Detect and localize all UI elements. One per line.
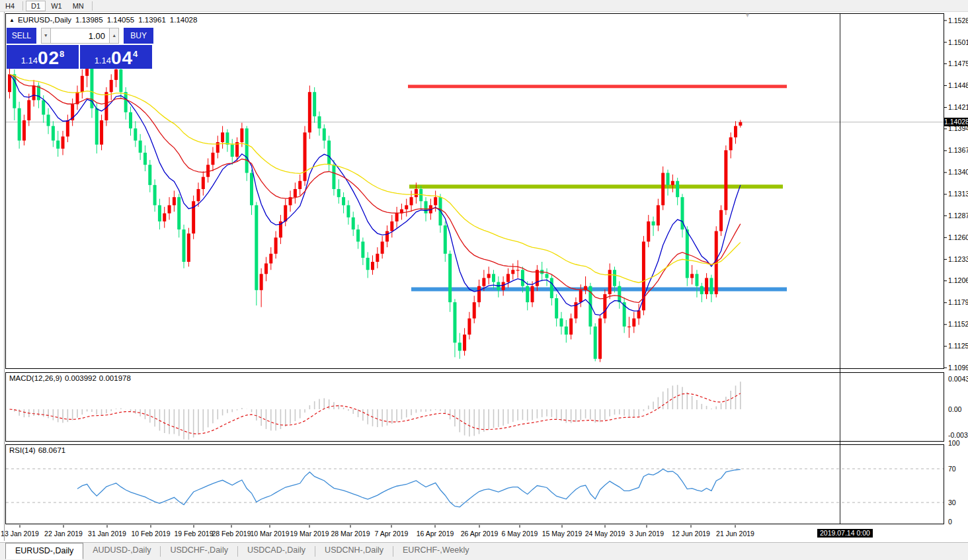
date-tick-label: 31 Jan 2019: [88, 530, 126, 538]
rsi-pane[interactable]: [5, 444, 944, 524]
date-tick-label: 7 Apr 2019: [375, 530, 409, 538]
price-tick-label: 1.10990: [948, 364, 968, 372]
date-tick-label: 19 Feb 2019: [175, 530, 214, 538]
chart-ohlc-header: ▲EURUSD-,Daily1.139851.140551.139611.140…: [9, 16, 197, 24]
high-value: 1.14055: [107, 16, 135, 24]
chart-tab-eurusd[interactable]: EURUSD-,Daily: [5, 543, 83, 559]
chart-tab-eurchf[interactable]: EURCHF-,Weekly: [393, 543, 478, 558]
date-tick-label: 10 Mar 2019: [251, 530, 290, 538]
macd-signal-value: 0.001978: [99, 374, 131, 382]
price-tick-label: 1.12330: [948, 255, 968, 263]
price-tick-label: 1.11525: [948, 320, 968, 328]
volume-input[interactable]: [51, 28, 109, 44]
rsi-name: RSI(14): [9, 446, 36, 454]
period-button-w1[interactable]: W1: [46, 1, 67, 11]
close-value: 1.14028: [170, 16, 198, 24]
volume-increase-button[interactable]: ▴: [109, 28, 119, 44]
symbol-timeframe-label: EURUSD-,Daily: [18, 16, 71, 24]
price-tick-label: 1.13405: [948, 168, 968, 176]
date-tick-label: 28 Feb 2019: [212, 530, 251, 538]
price-tick-label: 1.12065: [948, 276, 968, 284]
rsi-level-label: 100: [948, 439, 960, 447]
date-tick-label: 12 Jun 2019: [672, 530, 710, 538]
period-toolbar: H4 D1 W1 MN: [0, 0, 968, 12]
chart-tab-audusd[interactable]: AUDUSD-,Daily: [83, 543, 160, 558]
crosshair-date-tag: 2019.07.14 0:00: [817, 529, 873, 538]
open-value: 1.13985: [75, 16, 103, 24]
macd-pane[interactable]: [5, 372, 944, 442]
sell-quote-panel[interactable]: 1.14 02 8: [7, 45, 79, 69]
date-tick-label: 19 Mar 2019: [290, 530, 329, 538]
low-value: 1.13961: [138, 16, 166, 24]
price-tick-label: 1.13135: [948, 190, 968, 198]
price-tick-label: 1.15015: [948, 38, 968, 46]
sell-price-prefix: 1.14: [21, 56, 38, 65]
chart-tab-usdchf[interactable]: USDCHF-,Daily: [161, 543, 237, 558]
buy-price-pip: 4: [133, 49, 138, 59]
macd-main-value: 0.003992: [65, 374, 97, 382]
period-button-mn[interactable]: MN: [67, 1, 89, 11]
rsi-level-label: 30: [948, 499, 956, 506]
buy-price-main: 04: [111, 50, 133, 67]
volume-decrease-button[interactable]: ▾: [41, 28, 51, 44]
price-tick-label: 1.12600: [948, 233, 968, 241]
rsi-label: RSI(14)68.0671: [9, 446, 68, 454]
date-tick-label: 6 May 2019: [502, 530, 538, 538]
price-tick-label: 1.14210: [948, 103, 968, 111]
chart-tab-usdcad[interactable]: USDCAD-,Daily: [238, 543, 315, 558]
price-tick-label: 1.12870: [948, 212, 968, 220]
rsi-level-label: 70: [948, 465, 956, 473]
window-left-border: [4, 12, 5, 541]
rsi-level-label: 0: [948, 518, 952, 526]
period-button-h4[interactable]: H4: [0, 1, 20, 11]
price-tick-label: 1.11255: [948, 342, 968, 350]
date-tick-label: 21 Jun 2019: [716, 530, 754, 538]
period-button-d1[interactable]: D1: [26, 1, 46, 11]
date-tick-label: 13 Jan 2019: [1, 530, 39, 538]
date-tick-label: 22 Jan 2019: [44, 530, 83, 538]
macd-zero-label: 0.00: [948, 405, 961, 413]
scroll-position-marker-icon: ▼: [745, 12, 750, 19]
current-price-tag: 1.14028: [944, 118, 968, 126]
sell-price-pip: 8: [60, 49, 64, 59]
date-tick-label: 24 May 2019: [585, 530, 625, 538]
buy-quote-panel[interactable]: 1.14 04 4: [80, 45, 152, 69]
mt4-window: H4 D1 W1 MN ▼ ▲EURUSD-,Daily1.139851.140…: [0, 0, 968, 560]
macd-name: MACD(12,26,9): [9, 374, 62, 382]
chart-tab-usdcnh[interactable]: USDCNH-,Daily: [315, 543, 393, 558]
sell-price-main: 02: [38, 50, 60, 67]
chart-tab-bar: EURUSD-,DailyAUDUSD-,DailyUSDCHF-,DailyU…: [0, 542, 968, 560]
date-tick-label: 16 Apr 2019: [417, 530, 454, 538]
buy-button[interactable]: BUY: [124, 28, 153, 44]
rsi-value: 68.0671: [38, 446, 66, 454]
buy-price-prefix: 1.14: [95, 56, 111, 65]
one-click-trading-widget: SELL ▾ ▴ BUY 1.14 02 8 1.14 04 4: [7, 28, 153, 69]
price-tick-label: 1.13675: [948, 146, 968, 154]
macd-min-label: -0.00371: [948, 431, 968, 439]
date-tick-label: 15 May 2019: [542, 530, 583, 538]
price-tick-label: 1.14750: [948, 60, 968, 67]
toolbar-separator: [92, 1, 93, 11]
price-tick-label: 1.15285: [948, 17, 968, 24]
collapse-triangle-icon[interactable]: ▲: [9, 17, 15, 23]
date-tick-label: 28 Mar 2019: [331, 530, 370, 538]
date-tick-label: 26 Apr 2019: [461, 530, 499, 538]
macd-max-label: 0.004359: [948, 375, 968, 383]
price-tick-label: 1.11795: [948, 298, 968, 306]
date-tick-label: 10 Feb 2019: [132, 530, 171, 538]
sell-button[interactable]: SELL: [7, 28, 36, 44]
price-tick-label: 1.14480: [948, 81, 968, 89]
date-tick-label: 3 Jun 2019: [629, 530, 664, 538]
macd-label: MACD(12,26,9)0.0039920.001978: [9, 374, 134, 382]
toolbar-separator: [22, 1, 23, 11]
